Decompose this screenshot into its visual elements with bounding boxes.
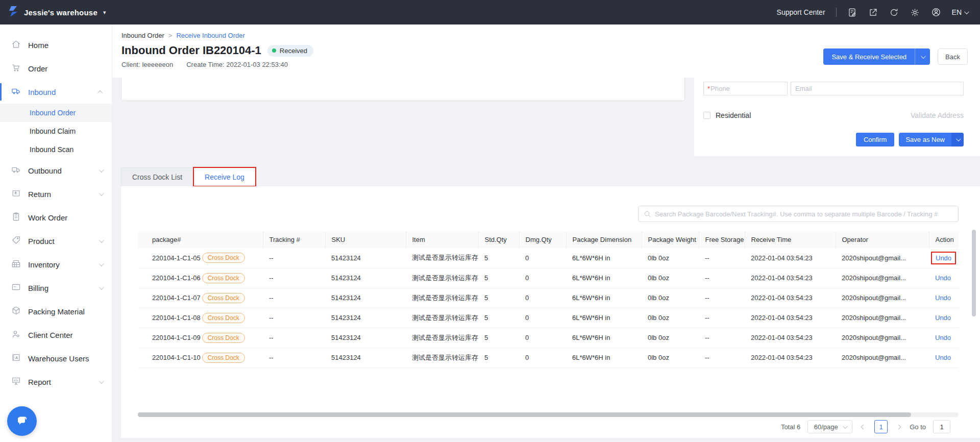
app-window: Jessie's warehouse ▾ Support Center EN — [0, 0, 980, 442]
sidebar-item-inventory[interactable]: Inventory — [0, 253, 112, 276]
sku-cell: 51423124 — [325, 328, 406, 348]
shelf-icon — [11, 259, 21, 270]
export-icon[interactable] — [868, 7, 878, 17]
back-button[interactable]: Back — [938, 48, 968, 65]
chat-widget-button[interactable] — [7, 406, 37, 436]
dimension-cell: 6L*6W*6H in — [566, 348, 642, 367]
breadcrumb-parent[interactable]: Inbound Order — [121, 32, 164, 39]
sidebar-item-label: Outbound — [28, 166, 62, 175]
free-storage-cell: -- — [699, 288, 745, 308]
language-label: EN — [952, 8, 962, 16]
confirm-button[interactable]: Confirm — [856, 133, 895, 146]
goto-page-input[interactable] — [933, 420, 950, 433]
chevron-up-icon — [97, 90, 103, 95]
sidebar-item-billing[interactable]: Billing — [0, 276, 112, 300]
table-row: 220104-1-C1-08 Cross Dock -- 51423124 测试… — [138, 308, 959, 328]
tab-cross-dock-list[interactable]: Cross Dock List — [121, 167, 193, 186]
sidebar-item-client-center[interactable]: Client Center — [0, 323, 112, 347]
dmg-qty-cell: 0 — [519, 328, 566, 348]
table-row: 220104-1-C1-05 Cross Dock -- 51423124 测试… — [138, 248, 959, 268]
undo-link[interactable]: Undo — [935, 314, 951, 322]
sidebar-item-label: Billing — [28, 284, 48, 292]
horizontal-scrollbar-track[interactable] — [138, 412, 959, 417]
prev-page-button[interactable] — [860, 425, 867, 429]
sidebar-item-product[interactable]: Product — [0, 229, 112, 253]
weight-cell: 0lb 0oz — [642, 328, 699, 348]
sidebar-item-return[interactable]: Return — [0, 182, 112, 206]
operator-cell: 2020shipout@gmail... — [836, 348, 929, 367]
user-icon[interactable] — [931, 7, 941, 17]
cross-dock-badge: Cross Dock — [202, 293, 245, 303]
page-title: Inbound Order IB220104-1 — [121, 44, 261, 57]
topbar: Jessie's warehouse ▾ Support Center EN — [0, 0, 980, 24]
sidebar-item-order[interactable]: Order — [0, 57, 112, 80]
package-number: 220104-1-C1-06 — [152, 274, 201, 282]
std-qty-cell: 5 — [478, 308, 519, 328]
sidebar-item-label: Return — [28, 190, 51, 199]
item-cell: 测试是否显示转运库存 — [406, 308, 478, 328]
residential-checkbox[interactable] — [703, 112, 710, 119]
sidebar-item-packing-material[interactable]: Packing Material — [0, 300, 112, 323]
page-number-1[interactable]: 1 — [874, 420, 888, 433]
cross-dock-badge: Cross Dock — [202, 313, 245, 323]
breadcrumb-separator: > — [168, 32, 173, 39]
create-time-label: Create Time: — [186, 61, 224, 68]
cart-icon — [11, 63, 21, 74]
std-qty-cell: 5 — [478, 268, 519, 288]
save-receive-dropdown-toggle[interactable] — [915, 48, 930, 65]
item-cell: 测试是否显示转运库存 — [406, 268, 478, 288]
chevron-down-icon — [99, 191, 104, 196]
sidebar-item-work-order[interactable]: Work Order — [0, 206, 112, 229]
save-as-new-label[interactable]: Save as New — [899, 133, 951, 146]
tracking-cell: -- — [263, 348, 325, 367]
inbound-truck-icon — [11, 86, 21, 97]
sidebar-subitem-inbound-order[interactable]: Inbound Order — [0, 104, 112, 122]
sidebar-item-inbound[interactable]: Inbound — [0, 80, 112, 104]
sidebar-subitem-inbound-claim[interactable]: Inbound Claim — [0, 122, 112, 140]
receive-time-cell: 2022-01-04 03:54:23 — [745, 268, 836, 288]
undo-link[interactable]: Undo — [935, 354, 951, 361]
action-cell: Undo — [929, 248, 959, 268]
undo-link[interactable]: Undo — [931, 252, 956, 264]
residential-label[interactable]: Residential — [716, 111, 751, 119]
validate-address-link[interactable]: Validate Address — [911, 111, 964, 119]
content-area: *Phone Residential Validate Address Conf… — [112, 78, 980, 442]
sidebar-item-home[interactable]: Home — [0, 33, 112, 57]
save-as-new-button[interactable]: Save as New — [899, 133, 964, 146]
support-center-link[interactable]: Support Center — [777, 8, 825, 16]
action-cell: Undo — [929, 288, 959, 308]
caret-down-icon: ▾ — [103, 9, 106, 16]
save-receive-selected-button[interactable]: Save & Receive Selected — [823, 48, 930, 65]
undo-link[interactable]: Undo — [935, 274, 951, 282]
email-field[interactable] — [791, 82, 964, 95]
sidebar-item-outbound[interactable]: Outbound — [0, 159, 112, 182]
home-icon — [11, 39, 21, 51]
tab-receive-log[interactable]: Receive Log — [193, 167, 256, 186]
item-cell: 测试是否显示转运库存 — [406, 288, 478, 308]
form-edit-icon[interactable] — [847, 7, 857, 17]
horizontal-scrollbar-thumb[interactable] — [138, 412, 911, 417]
phone-field[interactable] — [703, 82, 788, 95]
sku-cell: 51423124 — [325, 288, 406, 308]
page-size-select[interactable]: 60/page — [807, 420, 852, 433]
search-input[interactable] — [655, 210, 953, 218]
item-cell: 测试是否显示转运库存 — [406, 248, 478, 268]
undo-link[interactable]: Undo — [935, 294, 951, 302]
vertical-scrollbar[interactable] — [972, 230, 976, 316]
save-as-new-dropdown-toggle[interactable] — [951, 133, 964, 146]
next-page-button[interactable] — [895, 425, 902, 429]
operator-cell: 2020shipout@gmail... — [836, 248, 929, 268]
sidebar-item-report[interactable]: Report — [0, 370, 112, 394]
brand[interactable]: Jessie's warehouse ▾ — [7, 5, 106, 19]
gear-icon[interactable] — [910, 7, 920, 17]
undo-link[interactable]: Undo — [935, 334, 951, 341]
action-cell: Undo — [929, 308, 959, 328]
total-count: Total 6 — [781, 423, 800, 431]
sidebar-item-warehouse-users[interactable]: Warehouse Users — [0, 347, 112, 370]
col-std-qty: Std.Qty — [478, 231, 519, 248]
search-icon — [644, 210, 651, 218]
language-selector[interactable]: EN — [952, 8, 968, 16]
save-receive-selected-label[interactable]: Save & Receive Selected — [823, 48, 915, 65]
sidebar-subitem-inbound-scan[interactable]: Inbound Scan — [0, 140, 112, 159]
refresh-icon[interactable] — [889, 7, 899, 17]
